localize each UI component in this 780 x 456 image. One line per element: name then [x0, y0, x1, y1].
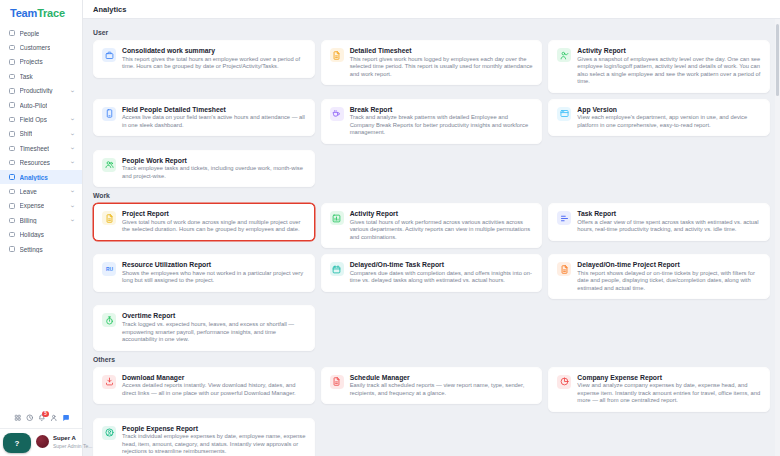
file-text-icon: [330, 48, 344, 62]
sidebar-item-label: Analytics: [20, 174, 48, 181]
sidebar-item-label: Field Ops: [20, 116, 47, 123]
coffee-icon: [330, 107, 344, 121]
bell-icon[interactable]: 5: [38, 414, 46, 422]
card-desc: Track logged vs. expected hours, leaves,…: [122, 321, 306, 344]
grid-icon[interactable]: [14, 414, 22, 422]
user-circle-icon: [102, 426, 116, 440]
page-title: Analytics: [93, 5, 126, 14]
file-text-icon: [557, 262, 571, 276]
card-desc: This report gives the total hours an emp…: [122, 56, 306, 71]
logo-trace: Trace: [37, 7, 65, 19]
chevron-down-icon: ›: [69, 162, 76, 164]
sidebar-item-label: Task: [20, 73, 33, 80]
card-people-work-report[interactable]: People Work ReportTrack employee tasks a…: [93, 150, 315, 188]
sidebar-item-label: Projects: [20, 58, 43, 65]
card-resource-utilization-report[interactable]: Resource Utilization ReportShows the emp…: [93, 254, 315, 292]
card-title: Overtime Report: [122, 312, 306, 319]
card-company-expense-report[interactable]: Company Expense ReportView and analyze c…: [548, 367, 770, 412]
card-desc: Access live data on your field team's ac…: [122, 114, 306, 129]
user-icon[interactable]: [50, 414, 58, 422]
card-desc: Track and analyze break patterns with de…: [350, 114, 534, 137]
clock-icon[interactable]: [26, 414, 34, 422]
card-delayed-ontime-task-report[interactable]: Delayed/On-time Task ReportCompares due …: [321, 254, 543, 292]
user-activity-icon: [557, 48, 571, 62]
card-consolidated-work-summary[interactable]: Consolidated work summaryThis report giv…: [93, 40, 315, 78]
support-button[interactable]: ?: [3, 433, 31, 453]
sidebar-item-productivity[interactable]: Productivity›: [0, 84, 82, 98]
card-desc: View each employee's department, app ver…: [577, 114, 761, 129]
chevron-down-icon: ›: [69, 190, 76, 192]
card-activity-report-work[interactable]: Activity ReportGives total hours of work…: [321, 203, 543, 248]
sidebar-item-billing[interactable]: Billing›: [0, 213, 82, 227]
card-field-people-detailed-timesheet[interactable]: Field People Detailed TimesheetAccess li…: [93, 99, 315, 137]
expense-icon: [9, 203, 15, 209]
sidebar-item-field-ops[interactable]: Field Ops›: [0, 112, 82, 126]
sidebar-item-label: People: [20, 30, 40, 37]
holidays-icon: [9, 232, 15, 238]
chat-icon[interactable]: [62, 414, 70, 422]
card-grid: Consolidated work summaryThis report giv…: [93, 40, 770, 187]
card-title: Break Report: [350, 106, 534, 113]
card-overtime-report[interactable]: Overtime ReportTrack logged vs. expected…: [93, 305, 315, 350]
timesheet-icon: [9, 146, 15, 152]
card-break-report[interactable]: Break ReportTrack and analyze break patt…: [321, 99, 543, 144]
sidebar-item-label: Shift: [20, 130, 33, 137]
sidebar-item-settings[interactable]: Settings: [0, 242, 82, 256]
card-title: People Expense Report: [122, 425, 306, 432]
sidebar-item-timesheet[interactable]: Timesheet›: [0, 141, 82, 155]
task-bars-icon: [557, 211, 571, 225]
sidebar-item-expense[interactable]: Expense›: [0, 199, 82, 213]
card-project-report[interactable]: Project ReportGives total hours of work …: [93, 203, 315, 241]
file-text-icon: [330, 375, 344, 389]
card-title: Activity Report: [350, 210, 534, 217]
chevron-down-icon: ›: [69, 219, 76, 221]
analytics-content: User Consolidated work summaryThis repor…: [83, 19, 780, 456]
sidebar-item-label: Settings: [20, 246, 43, 253]
card-delayed-ontime-project-report[interactable]: Delayed/On-time Project ReportThis repor…: [548, 254, 770, 299]
sidebar-item-auto-pilot[interactable]: Auto-Pilot: [0, 98, 82, 112]
card-title: Task Report: [577, 210, 761, 217]
card-desc: This report shows delayed or on-time tic…: [577, 270, 761, 293]
sidebar-item-task[interactable]: Task: [0, 69, 82, 83]
sidebar-item-label: Holidays: [20, 231, 45, 238]
smartphone-icon: [102, 107, 116, 121]
pie-chart-icon: [557, 375, 571, 389]
section-title: Work: [93, 192, 770, 199]
sidebar-item-projects[interactable]: Projects: [0, 55, 82, 69]
app-logo: TeamTrace: [0, 0, 82, 24]
card-task-report[interactable]: Task ReportOffers a clear view of time s…: [548, 203, 770, 241]
card-schedule-manager[interactable]: Schedule ManagerEasily track all schedul…: [321, 367, 543, 405]
scrollbar[interactable]: [776, 24, 779, 96]
footer-icon-row: 5: [0, 409, 82, 428]
card-people-expense-report[interactable]: People Expense ReportTrack individual em…: [93, 418, 315, 456]
notification-badge: 5: [42, 411, 49, 418]
sidebar-item-resources[interactable]: Resources›: [0, 156, 82, 170]
sidebar-item-analytics[interactable]: Analytics: [0, 170, 82, 184]
chevron-down-icon: ›: [69, 147, 76, 149]
card-title: Detailed Timesheet: [350, 47, 534, 54]
sidebar-item-holidays[interactable]: Holidays: [0, 227, 82, 241]
logo-team: Team: [10, 7, 37, 19]
sidebar-item-shift[interactable]: Shift›: [0, 127, 82, 141]
card-desc: Shows the employees who have not worked …: [122, 270, 306, 285]
sidebar-item-label: Customers: [20, 44, 51, 51]
card-app-version[interactable]: App VersionView each employee's departme…: [548, 99, 770, 137]
card-activity-report-user[interactable]: Activity ReportGives a snapshot of emplo…: [548, 40, 770, 93]
user-profile[interactable]: ? Super A Super Admin Te... ›: [0, 428, 82, 456]
stopwatch-icon: [102, 313, 116, 327]
card-detailed-timesheet[interactable]: Detailed TimesheetThis report gives work…: [321, 40, 543, 85]
chevron-down-icon: ›: [69, 90, 76, 92]
avatar: [36, 435, 49, 448]
sidebar-item-people[interactable]: People: [0, 26, 82, 40]
card-grid: Project ReportGives total hours of work …: [93, 203, 770, 350]
card-desc: Track employee tasks and tickets, includ…: [122, 165, 306, 180]
sidebar-item-customers[interactable]: Customers: [0, 40, 82, 54]
section-user: User Consolidated work summaryThis repor…: [93, 29, 770, 187]
app-window: TeamTrace People Customers Projects Task…: [0, 0, 780, 456]
card-title: Resource Utilization Report: [122, 261, 306, 268]
sidebar-item-leave[interactable]: Leave›: [0, 184, 82, 198]
sidebar-nav: People Customers Projects Task Productiv…: [0, 24, 82, 409]
card-title: Activity Report: [577, 47, 761, 54]
card-download-manager[interactable]: Download ManagerAccess detailed reports …: [93, 367, 315, 405]
card-desc: Easily track all scheduled reports — vie…: [350, 382, 534, 397]
